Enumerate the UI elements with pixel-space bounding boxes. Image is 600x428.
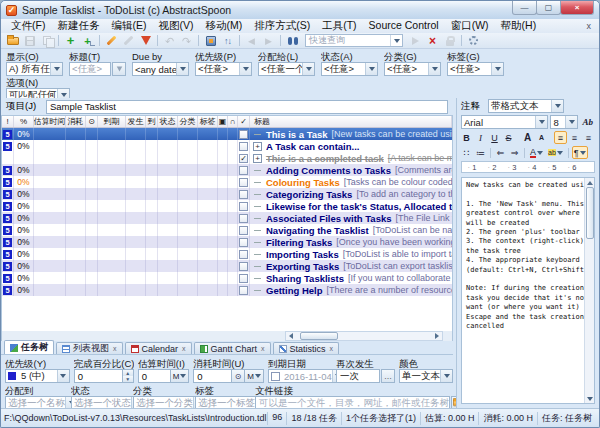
maximize-view-button[interactable] <box>202 34 219 48</box>
task-title-cell[interactable]: This is a Task[New tasks can be created … <box>250 129 452 140</box>
column-header-分类[interactable]: 分类 <box>178 116 198 127</box>
time-input[interactable]: 0 <box>138 369 171 383</box>
chevron-down-icon[interactable] <box>239 63 251 75</box>
chevron-down-icon[interactable] <box>365 63 377 75</box>
align-left-button[interactable]: ≡ <box>554 131 567 144</box>
task-title-cell[interactable]: Adding Comments to Tasks[Comments are en… <box>250 165 452 176</box>
percent-input[interactable]: 0 <box>74 369 123 383</box>
chevron-down-icon[interactable] <box>551 100 563 112</box>
task-checkbox[interactable]: ✓ <box>239 154 248 163</box>
task-title-cell[interactable]: Exporting Tasks[ToDoList can export task… <box>250 261 452 272</box>
column-header-状态[interactable]: 状态 <box>158 116 178 127</box>
task-checkbox[interactable] <box>239 214 248 223</box>
filter-title-options-button[interactable] <box>112 62 126 76</box>
vscroll-thumb[interactable] <box>586 187 594 239</box>
task-title-cell[interactable]: +This is a a completed task[A task can b… <box>250 153 452 164</box>
tab-statistics[interactable]: Statisticsx <box>273 342 340 354</box>
task-checkbox[interactable] <box>239 130 248 139</box>
tab-close-icon[interactable]: x <box>330 345 334 352</box>
preferences-button[interactable] <box>465 34 482 48</box>
menubar-close-icon[interactable]: x <box>587 21 596 31</box>
chevron-down-icon[interactable] <box>302 63 314 75</box>
sort-tasks-button[interactable]: ↑↓ <box>219 34 236 48</box>
tab-close-icon[interactable]: x <box>261 345 265 352</box>
menu-item[interactable]: 排序方式(S) <box>248 19 316 33</box>
task-checkbox[interactable] <box>239 226 248 235</box>
color-combo[interactable]: 单一文本 <box>399 369 453 383</box>
chevron-down-icon[interactable] <box>565 116 577 128</box>
tab-close-icon[interactable]: x <box>113 345 117 352</box>
task-row[interactable]: 50%Adding Comments to Tasks[Comments are… <box>2 164 452 176</box>
open-tasklist-button[interactable] <box>4 34 21 48</box>
column-header-估算时间[interactable]: 估算时间 <box>34 116 66 127</box>
delete-task-button[interactable]: × <box>424 34 441 48</box>
tab-calendar[interactable]: Calendarx <box>125 342 192 354</box>
set-task-color-button[interactable] <box>137 34 154 48</box>
align-justify-button[interactable]: ≣ <box>596 131 600 144</box>
task-row[interactable]: 50%Likewise for the task's Status, Alloc… <box>2 200 452 212</box>
recurrence-options-button[interactable]: … <box>381 369 395 383</box>
filter-combo-show[interactable]: A) 所有任务 <box>6 62 63 76</box>
scroll-down-icon[interactable] <box>585 394 594 403</box>
column-header-到[interactable]: 到 <box>146 116 158 127</box>
project-input[interactable]: Sample Tasklist <box>46 100 448 114</box>
due-date-picker[interactable]: 2016-11-04 <box>268 369 345 383</box>
tab-list-view[interactable]: 列表视图x <box>56 342 123 354</box>
date-checkbox[interactable] <box>271 372 280 381</box>
outdent-button[interactable]: ⇐ <box>494 146 507 159</box>
chevron-down-icon[interactable] <box>50 63 62 75</box>
clock-icon[interactable]: ⊙ <box>86 116 98 127</box>
task-title-cell[interactable]: Filtering Tasks[Once you have been worki… <box>250 237 452 248</box>
task-title-cell[interactable]: Importing Tasks[ToDoList is able to impo… <box>250 249 452 260</box>
flag-icon[interactable]: ▣ <box>218 116 228 127</box>
tab-close-icon[interactable]: x <box>182 345 186 352</box>
time-unit-button[interactable]: M <box>245 369 264 383</box>
filter-combo-alloc-to[interactable]: <任意一个> <box>258 62 315 76</box>
clock-icon[interactable]: ⊙ <box>232 369 245 383</box>
expand-icon[interactable]: + <box>253 142 262 151</box>
expand-icon[interactable]: + <box>253 154 262 163</box>
task-row[interactable]: 50%Colouring Tasks[Tasks can be colour c… <box>2 176 452 188</box>
chevron-down-icon[interactable] <box>428 63 440 75</box>
menu-item[interactable]: 工具(T) <box>316 19 362 33</box>
task-title-cell[interactable]: Associated Files with Tasks[The File Lin… <box>250 213 452 224</box>
column-header-%[interactable]: % <box>14 116 34 127</box>
indent-button[interactable]: ⇒ <box>508 146 521 159</box>
edit-task-title-button[interactable] <box>103 34 120 48</box>
quick-search-input[interactable]: 快速查询 <box>305 34 403 47</box>
column-header-标签[interactable]: 标签 <box>198 116 218 127</box>
task-row[interactable]: ✓+This is a a completed task[A task can … <box>2 152 452 164</box>
task-row[interactable]: 50%Associated Files with Tasks[The File … <box>2 212 452 224</box>
menu-item[interactable]: 窗口(W) <box>445 19 495 33</box>
bold-button[interactable]: B <box>460 131 473 144</box>
filter-combo-tags[interactable]: <任意> <box>447 62 504 76</box>
task-row[interactable]: 50%Exporting Tasks[ToDoList can export t… <box>2 260 452 272</box>
scroll-right-icon[interactable] <box>432 332 442 340</box>
filter-combo-status[interactable]: <任意> <box>321 62 378 76</box>
hscroll-track[interactable] <box>285 331 443 341</box>
task-title-cell[interactable]: Categorizing Tasks[To add an category to… <box>250 189 452 200</box>
filter-title-input[interactable]: <任意> <box>69 62 111 76</box>
lock-icon[interactable]: ∩ <box>228 116 238 127</box>
task-row[interactable]: 50%Sharing Tasklists[If you want to coll… <box>2 272 452 284</box>
shrink-font-button[interactable]: A <box>535 131 548 144</box>
task-title-cell[interactable]: Navigating the Tasklist[ToDoList can be … <box>250 225 452 236</box>
chevron-down-icon[interactable] <box>390 35 402 46</box>
menu-item[interactable]: Source Control <box>363 19 445 33</box>
column-header-发生[interactable]: 发生 <box>126 116 146 127</box>
task-checkbox[interactable] <box>239 274 248 283</box>
close-button[interactable]: × <box>560 1 594 15</box>
priority-combo[interactable]: 5 (中) <box>5 369 70 383</box>
minimize-button[interactable]: — <box>512 1 537 15</box>
task-row[interactable]: 50%+A Task can contain... <box>2 140 452 152</box>
column-header-到期[interactable]: 到期 <box>98 116 126 127</box>
task-row[interactable]: 50%Getting Help[There are a number of re… <box>2 284 452 296</box>
task-checkbox[interactable] <box>239 178 248 187</box>
scroll-up-icon[interactable] <box>585 178 594 187</box>
scroll-left-icon[interactable] <box>286 332 296 340</box>
font-color-button[interactable]: A <box>528 146 545 159</box>
strikethrough-button[interactable]: S <box>502 131 515 144</box>
task-title-cell[interactable]: Getting Help[There are a number of resou… <box>250 285 452 296</box>
task-checkbox[interactable] <box>239 202 248 211</box>
menu-item[interactable]: 编辑(E) <box>105 19 152 33</box>
